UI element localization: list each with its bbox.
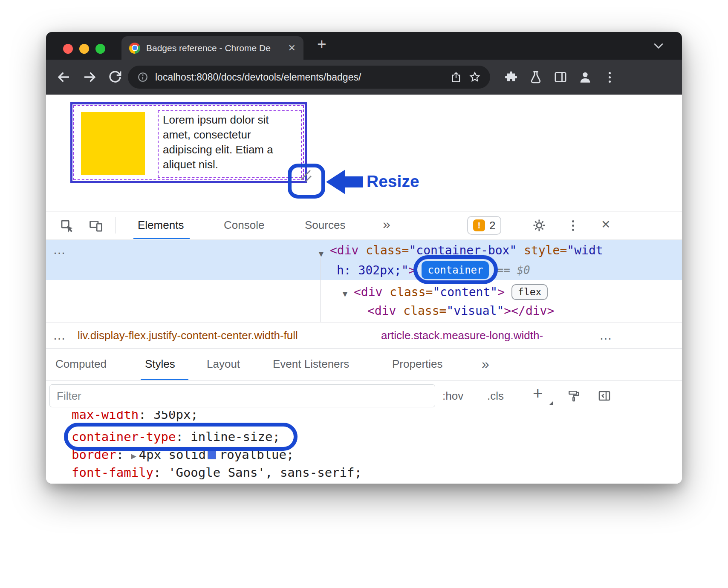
toggle-class-button[interactable]: .cls: [487, 380, 504, 411]
tag-token: <div: [354, 285, 382, 299]
flex-badge[interactable]: flex: [511, 284, 548, 300]
content-text-box: Lorem ipsum dolor sit amet, consectetur …: [158, 110, 302, 178]
breadcrumb-item[interactable]: liv.display-flex.justify-content-center.…: [78, 323, 298, 348]
attr-token: class=: [358, 243, 409, 257]
tag-token: >: [497, 285, 505, 299]
css-property: border: [72, 447, 116, 462]
css-separator: :: [153, 465, 168, 480]
devtools-panel: Elements Console Sources » ! 2 ✕ … ▼ <di…: [46, 211, 682, 484]
tag-token: >: [409, 263, 416, 277]
minimize-window-button[interactable]: [79, 44, 89, 54]
reload-icon[interactable]: [107, 69, 123, 85]
elements-tree: … ▼ <div class="container-box" style="wi…: [46, 240, 682, 323]
experiments-flask-icon[interactable]: [529, 70, 543, 84]
visual-node-line[interactable]: <div class="visual"></div>: [367, 304, 554, 318]
resize-grip-icon[interactable]: [296, 167, 314, 184]
lorem-text: Lorem ipsum dolor sit amet, consectetur …: [163, 113, 273, 171]
value-token: h: 302px;": [337, 263, 409, 277]
new-tab-button[interactable]: +: [317, 35, 326, 53]
breadcrumb-item[interactable]: article.stack.measure-long.width-: [381, 323, 543, 348]
more-tabs-icon[interactable]: »: [383, 211, 390, 239]
twisty-open-icon[interactable]: ▼: [319, 249, 324, 258]
maximize-window-button[interactable]: [95, 44, 105, 54]
css-declaration-container-type[interactable]: container-type: inline-size;: [72, 429, 280, 444]
tab-close-icon[interactable]: ✕: [288, 43, 296, 54]
close-window-button[interactable]: [63, 44, 73, 54]
toggle-hover-state-button[interactable]: :hov: [442, 380, 463, 411]
share-icon[interactable]: [450, 71, 462, 83]
tab-properties[interactable]: Properties: [392, 349, 443, 380]
css-value: 350px;: [153, 411, 198, 422]
extensions-icon[interactable]: [504, 70, 518, 84]
settings-gear-icon[interactable]: [532, 218, 546, 233]
resize-label: Resize: [367, 172, 419, 191]
issues-badge[interactable]: ! 2: [467, 216, 501, 235]
site-info-icon[interactable]: [137, 72, 148, 83]
page-content: Lorem ipsum dolor sit amet, consectetur …: [46, 95, 682, 211]
yellow-visual-box: [81, 112, 145, 175]
tab-search-chevron-icon[interactable]: [653, 42, 664, 50]
titlebar: Badges reference - Chrome De ✕ +: [46, 32, 682, 60]
tab-layout[interactable]: Layout: [207, 349, 240, 380]
selected-node-line1[interactable]: <div class="container-box" style="widt: [330, 243, 603, 257]
issues-warning-icon: !: [473, 219, 485, 231]
hidden-ancestors-button[interactable]: …: [53, 242, 66, 257]
annotation-arrow-icon: [326, 170, 345, 194]
browser-menu-icon[interactable]: [609, 70, 611, 84]
css-value: 4px solid: [139, 447, 206, 462]
styles-pane: max-width: 350px; container-type: inline…: [46, 411, 682, 484]
back-icon[interactable]: [56, 69, 72, 85]
tab-event-listeners[interactable]: Event Listeners: [273, 349, 349, 380]
breadcrumb-overflow-right[interactable]: …: [599, 323, 612, 348]
tab-computed[interactable]: Computed: [55, 349, 107, 380]
bookmark-star-icon[interactable]: [469, 71, 481, 83]
content-node-line[interactable]: <div class="content"> flex: [354, 284, 548, 300]
issues-count: 2: [489, 219, 495, 232]
tab-sources[interactable]: Sources: [305, 211, 345, 239]
css-declaration-font-family[interactable]: font-family: 'Google Sans', sans-serif;: [72, 465, 362, 480]
rendering-emulation-icon[interactable]: [567, 389, 581, 403]
attr-token: style=: [517, 243, 567, 257]
url-bar[interactable]: localhost:8080/docs/devtools/elements/ba…: [128, 66, 490, 89]
container-badge[interactable]: container: [422, 261, 489, 279]
selected-node-hint: == $0: [497, 264, 530, 277]
twisty-open-icon[interactable]: ▼: [343, 289, 347, 298]
devtools-close-icon[interactable]: ✕: [601, 218, 611, 231]
toggle-sidebar-icon[interactable]: [598, 389, 611, 403]
devtools-menu-icon[interactable]: [572, 219, 574, 232]
tab-title: Badges reference - Chrome De: [146, 43, 280, 53]
attr-token: class=: [396, 304, 446, 318]
container-box: Lorem ipsum dolor sit amet, consectetur …: [70, 102, 307, 183]
side-panel-icon[interactable]: [553, 70, 568, 84]
tab-styles[interactable]: Styles: [145, 349, 175, 380]
profile-avatar-icon[interactable]: [578, 70, 592, 84]
tab-console[interactable]: Console: [224, 211, 264, 239]
css-property: max-width: [72, 411, 139, 422]
selected-node-line2[interactable]: h: 302px;"> container == $0: [337, 261, 530, 279]
url-text[interactable]: localhost:8080/docs/devtools/elements/ba…: [155, 72, 443, 83]
browser-toolbar: localhost:8080/docs/devtools/elements/ba…: [46, 60, 682, 95]
css-value: 'Google Sans', sans-serif;: [168, 465, 362, 480]
new-style-rule-button[interactable]: +: [533, 384, 543, 403]
more-sidebar-tabs-icon[interactable]: »: [482, 349, 489, 380]
css-declaration[interactable]: max-width: 350px;: [72, 411, 198, 422]
forward-icon[interactable]: [82, 69, 97, 85]
toolbar-divider: [516, 217, 516, 233]
css-property: font-family: [72, 465, 153, 480]
browser-tab[interactable]: Badges reference - Chrome De ✕: [121, 36, 303, 60]
sidebar-tabs: Computed Styles Layout Event Listeners P…: [46, 348, 682, 380]
breadcrumb-overflow-left[interactable]: …: [53, 323, 66, 348]
css-declaration-border[interactable]: border: ▶4px solidroyalblue;: [72, 447, 294, 462]
new-style-rule-dropdown-corner: [549, 401, 553, 405]
device-toolbar-icon[interactable]: [89, 219, 103, 233]
inspect-element-icon[interactable]: [60, 219, 74, 233]
value-token: "visual": [446, 304, 504, 318]
expand-shorthand-icon[interactable]: ▶: [131, 451, 139, 461]
styles-filter-input[interactable]: [49, 384, 435, 407]
tag-token: <div: [330, 243, 358, 257]
value-token: "content": [433, 285, 497, 299]
tab-elements[interactable]: Elements: [138, 211, 184, 239]
annotation-arrow-tail: [344, 176, 363, 187]
color-swatch[interactable]: [208, 451, 216, 459]
attr-token: class=: [382, 285, 433, 299]
